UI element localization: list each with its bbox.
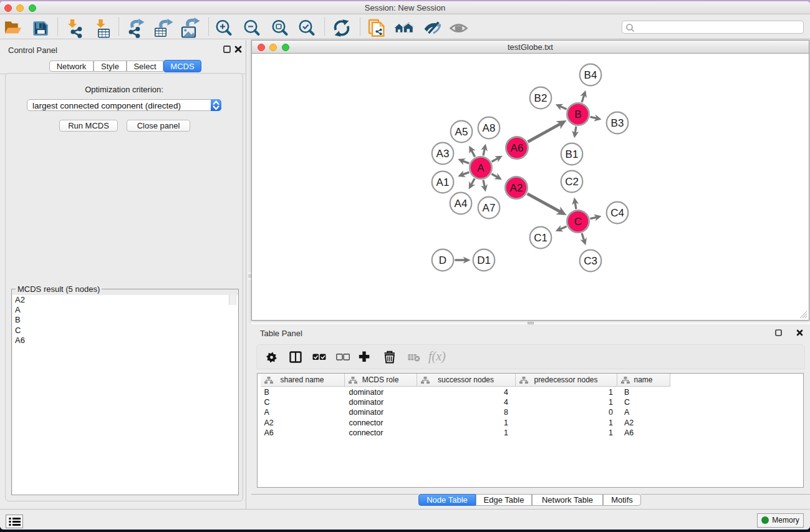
svg-text:A1: A1 — [436, 177, 450, 188]
svg-text:D: D — [439, 254, 446, 266]
svg-text:A7: A7 — [483, 202, 496, 214]
svg-text:D1: D1 — [477, 254, 491, 266]
svg-text:A5: A5 — [455, 126, 468, 138]
svg-text:C: C — [574, 216, 582, 228]
svg-text:B: B — [574, 109, 581, 120]
svg-text:C4: C4 — [610, 207, 624, 219]
svg-text:B4: B4 — [584, 69, 597, 81]
svg-text:C3: C3 — [584, 255, 597, 267]
svg-text:A4: A4 — [455, 198, 468, 210]
svg-text:B2: B2 — [534, 92, 547, 104]
svg-text:A: A — [477, 162, 485, 174]
svg-text:A6: A6 — [511, 142, 524, 154]
svg-text:B3: B3 — [611, 117, 624, 129]
svg-text:A3: A3 — [436, 148, 450, 160]
svg-text:C1: C1 — [534, 232, 547, 244]
svg-text:A8: A8 — [483, 122, 496, 134]
svg-text:C2: C2 — [565, 176, 579, 188]
svg-text:B1: B1 — [566, 148, 579, 160]
svg-text:A2: A2 — [510, 182, 523, 194]
